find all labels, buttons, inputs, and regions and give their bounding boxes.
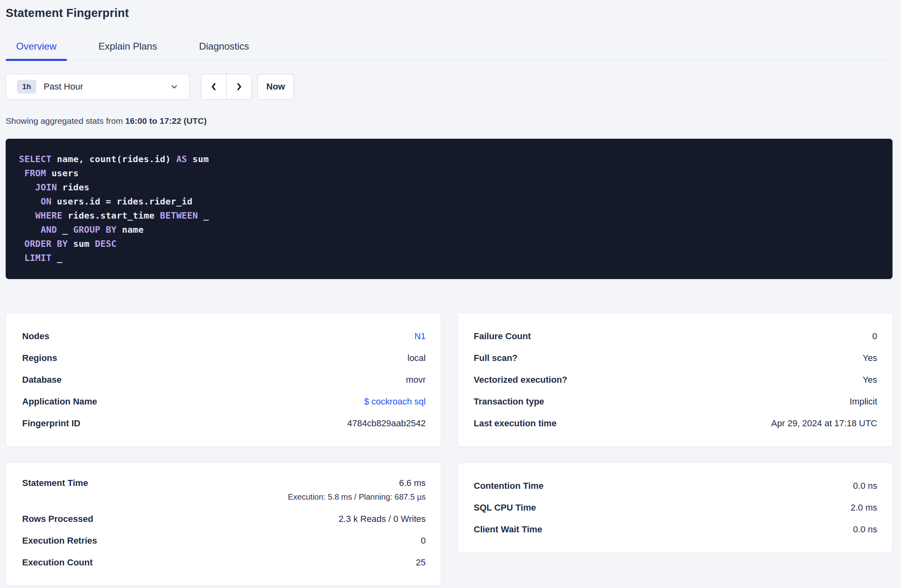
tab-bar: Overview Explain Plans Diagnostics — [6, 41, 893, 60]
execution-attributes-card: Failure Count0Full scan?YesVectorized ex… — [457, 313, 893, 447]
sql-code-line: JOIN rides — [19, 180, 879, 194]
detail-row: Execution Retries0 — [22, 530, 426, 552]
detail-row: Statement Time6.6 msExecution: 5.8 ms / … — [22, 475, 426, 503]
detail-value: 6.6 ms — [399, 475, 425, 491]
tab-diagnostics[interactable]: Diagnostics — [188, 41, 259, 60]
detail-label: Rows Processed — [22, 514, 93, 524]
detail-row: NodesN1 — [22, 325, 426, 347]
detail-label: Transaction type — [474, 396, 544, 407]
detail-label: Statement Time — [22, 475, 88, 491]
sql-text — [19, 211, 35, 221]
sql-keyword: ORDER BY — [24, 239, 68, 249]
time-step-group — [201, 74, 252, 100]
detail-label: Contention Time — [474, 481, 544, 491]
tab-explain-plans[interactable]: Explain Plans — [88, 41, 167, 60]
detail-value: 0.0 ns — [853, 481, 877, 491]
sql-keyword: JOIN — [35, 182, 57, 192]
detail-row: Fingerprint ID4784cb829aab2542 — [22, 413, 426, 434]
detail-row: Vectorized execution?Yes — [474, 369, 878, 391]
sql-keyword: DESC — [95, 239, 117, 249]
detail-row: SQL CPU Time2.0 ms — [474, 497, 878, 519]
detail-value: local — [407, 353, 425, 363]
chevron-down-icon — [170, 82, 179, 91]
sql-keyword: WHERE — [35, 211, 62, 221]
sql-text: sum — [187, 154, 209, 164]
detail-label: Nodes — [22, 331, 49, 342]
detail-row: Full scan?Yes — [474, 347, 878, 369]
detail-label: Vectorized execution? — [474, 375, 567, 385]
detail-value: 0 — [872, 331, 877, 342]
detail-row: Databasemovr — [22, 369, 426, 391]
sql-statement-box: SELECT name, count(rides.id) AS sum FROM… — [6, 139, 893, 279]
sql-code-line: WHERE rides.start_time BETWEEN _ — [19, 209, 879, 223]
detail-row: Execution Count25 — [22, 552, 426, 573]
now-button[interactable]: Now — [257, 74, 294, 100]
stats-caption-prefix: Showing aggregated stats from — [6, 116, 125, 125]
sql-text: rides — [57, 182, 90, 192]
detail-row: Last execution timeApr 29, 2024 at 17:18… — [474, 413, 878, 434]
detail-row: Application Name$ cockroach sql — [22, 391, 426, 413]
detail-value: Apr 29, 2024 at 17:18 UTC — [771, 418, 877, 429]
sql-keyword: AS — [176, 154, 187, 164]
detail-label: Fingerprint ID — [22, 418, 80, 429]
sql-text — [19, 182, 35, 192]
wait-timing-card: Contention Time0.0 nsSQL CPU Time2.0 msC… — [457, 463, 893, 553]
sql-code-line: AND _ GROUP BY name — [19, 223, 879, 237]
detail-subvalue: Execution: 5.8 ms / Planning: 687.5 µs — [288, 491, 426, 503]
detail-row: Client Wait Time0.0 ns — [474, 519, 878, 540]
detail-value: Implicit — [850, 396, 877, 407]
overview-cards-row: NodesN1RegionslocalDatabasemovrApplicati… — [6, 313, 893, 447]
detail-value: 0.0 ns — [853, 524, 877, 535]
sql-keyword: SELECT — [19, 154, 52, 164]
detail-value: 0 — [421, 536, 425, 546]
sql-text: rides.start_time — [63, 211, 160, 221]
detail-value: 4784cb829aab2542 — [347, 418, 426, 429]
previous-interval-button[interactable] — [201, 74, 226, 99]
detail-label: Last execution time — [474, 418, 557, 429]
detail-label: Application Name — [22, 396, 97, 407]
detail-label: Failure Count — [474, 331, 531, 342]
sql-keyword: GROUP BY — [73, 225, 117, 235]
detail-value: 2.3 k Reads / 0 Writes — [338, 514, 425, 524]
time-range-badge: 1h — [17, 80, 36, 94]
sql-text: name — [117, 225, 144, 235]
time-range-select[interactable]: 1h Past Hour — [6, 74, 190, 100]
statement-fingerprint-page: Statement Fingerprint Overview Explain P… — [0, 0, 901, 588]
detail-label: Client Wait Time — [474, 524, 542, 535]
detail-value-link[interactable]: N1 — [414, 331, 425, 342]
sql-text — [19, 253, 24, 263]
sql-code-line: FROM users — [19, 166, 879, 180]
tab-overview[interactable]: Overview — [6, 41, 67, 60]
detail-value: Yes — [863, 375, 877, 385]
sql-text — [19, 168, 24, 178]
sql-code-line: LIMIT _ — [19, 251, 879, 265]
detail-label: Execution Retries — [22, 536, 97, 546]
time-range-label: Past Hour — [44, 81, 170, 92]
sql-keyword: LIMIT — [24, 253, 51, 263]
detail-value-group: 6.6 msExecution: 5.8 ms / Planning: 687.… — [288, 475, 426, 503]
sql-text: users.id = rides.rider_id — [52, 196, 193, 206]
detail-row: Transaction typeImplicit — [474, 391, 878, 413]
sql-code-line: SELECT name, count(rides.id) AS sum — [19, 152, 879, 166]
detail-row: Rows Processed2.3 k Reads / 0 Writes — [22, 508, 426, 530]
sql-keyword: BETWEEN — [160, 211, 198, 221]
detail-value-link[interactable]: $ cockroach sql — [364, 396, 426, 407]
sql-text — [19, 239, 24, 249]
sql-code-line: ON users.id = rides.rider_id — [19, 194, 879, 209]
sql-text: name, count(rides.id) — [52, 154, 176, 164]
stats-caption-range: 16:00 to 17:22 (UTC) — [125, 116, 207, 125]
detail-value: 2.0 ms — [851, 503, 877, 513]
sql-text: _ — [198, 211, 209, 221]
detail-label: Full scan? — [474, 353, 518, 363]
detail-row: Contention Time0.0 ns — [474, 475, 878, 497]
next-interval-button[interactable] — [226, 74, 251, 99]
sql-text: sum — [68, 239, 95, 249]
detail-row: Regionslocal — [22, 347, 426, 369]
chevron-right-icon — [234, 81, 244, 92]
statement-details-card: NodesN1RegionslocalDatabasemovrApplicati… — [6, 313, 441, 447]
sql-keyword: FROM — [24, 168, 46, 178]
page-title: Statement Fingerprint — [6, 6, 893, 20]
sql-text: _ — [52, 253, 63, 263]
sql-text: _ — [57, 225, 73, 235]
detail-row: Failure Count0 — [474, 325, 878, 347]
